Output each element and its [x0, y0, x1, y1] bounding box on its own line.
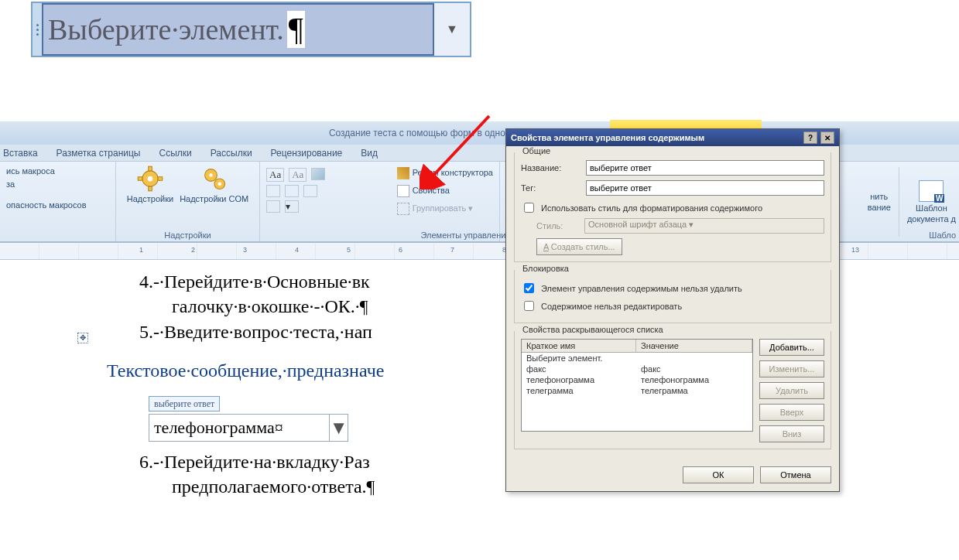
partial-protect-button[interactable]: нить вание: [868, 192, 891, 212]
content-control-tag: выберите ответ: [149, 396, 220, 411]
fieldset-lock: Блокировка Элемент управления содержимым…: [514, 270, 831, 323]
create-style-button: A Создать стиль...: [536, 238, 622, 255]
lock-delete-label: Элемент управления содержимым нельзя уда…: [541, 284, 742, 293]
dialog-title: Свойства элемента управления содержимым: [511, 133, 800, 142]
use-style-checkbox[interactable]: [524, 203, 534, 213]
design-mode-button[interactable]: Режим конструктора: [397, 166, 493, 179]
table-row[interactable]: телефонограммателефонограмма: [522, 374, 752, 385]
tab-view[interactable]: Вид: [361, 148, 378, 159]
object-anchor-icon: ✥: [77, 333, 88, 343]
legend-list: Свойства раскрывающегося списка: [519, 325, 666, 334]
ribbon-group-addins: Надстройки Надстройки COM Надстройки: [116, 162, 260, 241]
content-control-properties-dialog: Свойства элемента управления содержимым …: [505, 128, 840, 492]
tab-mailings[interactable]: Рассылки: [211, 148, 252, 159]
svg-rect-4: [138, 177, 142, 181]
use-style-label: Использовать стиль для форматирования со…: [541, 203, 762, 213]
document-template-button[interactable]: W Шаблон документа д: [907, 180, 956, 224]
down-button: Вниз: [759, 425, 824, 442]
list-entries-table[interactable]: Краткое имя Значение Выберите элемент.фа…: [521, 339, 753, 432]
tab-insert[interactable]: Вставка: [3, 148, 38, 159]
name-input[interactable]: [586, 160, 824, 176]
dropdown-control-icon[interactable]: [285, 185, 299, 197]
col-header-name: Краткое имя: [522, 340, 636, 352]
svg-rect-3: [149, 186, 152, 191]
com-addins-button[interactable]: Надстройки COM: [180, 165, 248, 203]
ok-button[interactable]: ОК: [683, 466, 754, 483]
combo-control-icon[interactable]: [266, 185, 280, 197]
lock-delete-checkbox[interactable]: [524, 283, 534, 293]
cancel-button[interactable]: Отмена: [760, 466, 831, 483]
lock-edit-label: Содержимое нельзя редактировать: [541, 302, 682, 311]
ruler-pencil-icon: [397, 167, 409, 179]
edit-button: Изменить...: [759, 360, 824, 377]
svg-point-9: [217, 183, 221, 186]
content-control-value[interactable]: телефонограмма¤: [149, 415, 329, 441]
group-label-controls: Элементы управления: [421, 230, 511, 240]
fieldset-common: Общие Название: Тег: Использовать стиль …: [514, 152, 831, 262]
gear-icon: [136, 165, 164, 193]
table-row[interactable]: Выберите элемент.: [522, 353, 752, 364]
inline-content-control: выберите ответ телефонограмма¤ ▼: [77, 388, 348, 442]
table-row[interactable]: факсфакс: [522, 364, 752, 374]
doc-line-4a: 4.-·Перейдите·в·Основные·вк: [139, 271, 370, 292]
date-control-icon[interactable]: [303, 185, 317, 197]
addins-button[interactable]: Надстройки: [127, 165, 173, 203]
fieldset-list: Свойства раскрывающегося списка Краткое …: [514, 331, 831, 449]
dialog-titlebar[interactable]: Свойства элемента управления содержимым …: [506, 129, 839, 146]
up-button: Вверх: [759, 404, 824, 421]
content-control-sample: Выберите·элемент. ¶ ▼: [31, 2, 471, 57]
svg-rect-2: [149, 166, 152, 171]
help-button[interactable]: ?: [803, 131, 817, 144]
group-button[interactable]: Группировать ▾: [397, 202, 493, 215]
style-select: Основной шрифт абзаца ▾: [584, 218, 824, 234]
ribbon-group-controls: Aa Aa ▾ Режим конструктора: [260, 162, 500, 241]
close-button[interactable]: ✕: [820, 131, 834, 144]
svg-point-8: [209, 173, 213, 177]
table-row[interactable]: телеграммателеграмма: [522, 385, 752, 396]
properties-button[interactable]: Свойства: [397, 184, 493, 197]
doc-line-6a: 6.-·Перейдите·на·вкладку·Раз: [139, 452, 370, 472]
hand-sheet-icon: [397, 185, 409, 197]
name-label: Название:: [521, 163, 581, 172]
tag-input[interactable]: [586, 180, 824, 196]
legacy-tools-icon[interactable]: [266, 200, 280, 213]
add-button[interactable]: Добавить...: [759, 339, 824, 356]
gear-pair-icon: [200, 165, 228, 193]
group-label-templates: Шабло: [929, 230, 956, 240]
delete-button: Удалить: [759, 382, 824, 399]
partial-text: ись макроса за опасность макросов: [6, 165, 87, 212]
grip-handle[interactable]: [33, 3, 42, 56]
col-header-value: Значение: [636, 340, 752, 352]
tag-label: Тег:: [521, 183, 581, 193]
svg-rect-5: [158, 177, 163, 181]
tab-references[interactable]: Ссылки: [159, 148, 191, 159]
style-label: Стиль:: [536, 221, 580, 230]
group-icon: [397, 203, 409, 215]
tab-review[interactable]: Рецензирование: [271, 148, 343, 159]
content-control-dropdown[interactable]: ▼: [434, 3, 470, 56]
legacy-more-icon[interactable]: ▾: [285, 200, 299, 213]
svg-point-1: [148, 176, 153, 182]
tab-page-layout[interactable]: Разметка страницы: [57, 148, 141, 159]
pilcrow-mark: ¶: [287, 11, 305, 48]
group-label-addins: Надстройки: [164, 230, 211, 240]
rich-text-control-icon[interactable]: Aa: [266, 168, 284, 182]
plain-text-control-icon[interactable]: Aa: [289, 168, 307, 182]
legend-common: Общие: [519, 146, 553, 155]
word-doc-icon: W: [919, 180, 944, 202]
legend-lock: Блокировка: [519, 264, 572, 273]
content-control-arrow[interactable]: ▼: [329, 415, 348, 441]
lock-edit-checkbox[interactable]: [524, 301, 534, 311]
content-control-placeholder: Выберите·элемент.: [48, 12, 284, 46]
ribbon-group-partial-left: ись макроса за опасность макросов: [0, 162, 116, 241]
picture-control-icon[interactable]: [311, 168, 325, 180]
